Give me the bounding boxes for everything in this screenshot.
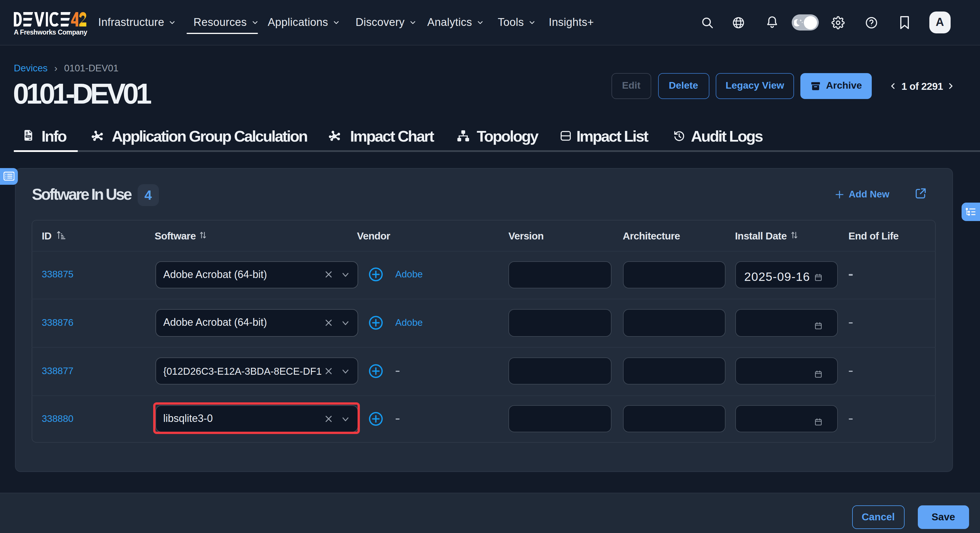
svg-text:A Freshworks Company: A Freshworks Company bbox=[14, 28, 87, 36]
